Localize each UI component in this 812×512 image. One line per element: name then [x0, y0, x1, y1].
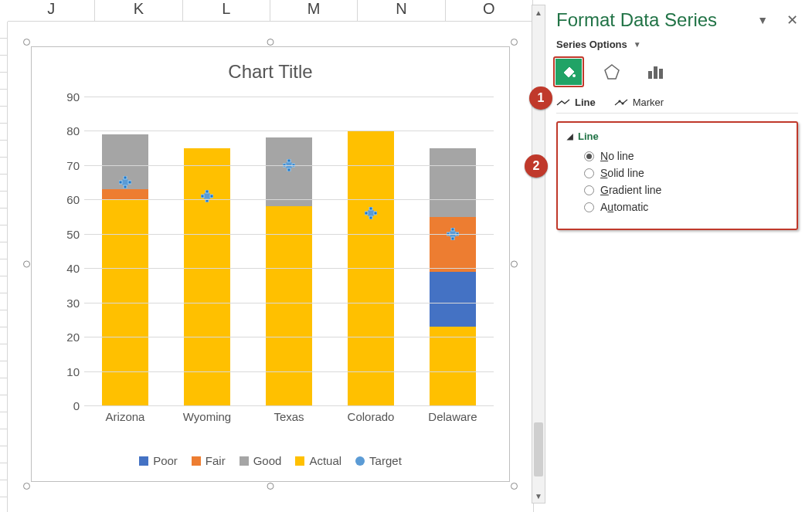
- legend-item[interactable]: Poor: [139, 454, 178, 467]
- legend-swatch: [295, 456, 304, 466]
- radio-automatic[interactable]: Automatic: [584, 201, 787, 213]
- legend-item[interactable]: Good: [240, 454, 282, 467]
- svg-rect-19: [374, 212, 377, 215]
- y-tick-label: 80: [58, 124, 80, 137]
- col-header[interactable]: J: [8, 0, 95, 22]
- svg-point-30: [618, 100, 620, 102]
- x-tick-label: Arizona: [84, 410, 166, 423]
- bar-segment-actual[interactable]: [430, 327, 475, 405]
- col-header[interactable]: L: [183, 0, 270, 22]
- x-tick-label: Delaware: [412, 410, 494, 423]
- radio-solid-line[interactable]: Solid line: [584, 167, 787, 179]
- x-tick-label: Wyoming: [166, 410, 248, 423]
- bar-stack[interactable]: [266, 137, 311, 405]
- col-header[interactable]: M: [270, 0, 358, 22]
- subtab-line-label: Line: [575, 97, 596, 108]
- bar-segment-actual[interactable]: [184, 148, 229, 405]
- x-tick-label: Texas: [248, 410, 330, 423]
- resize-handle-se[interactable]: [511, 483, 518, 490]
- line-icon: [556, 99, 570, 107]
- svg-rect-11: [287, 159, 290, 162]
- subtab-marker[interactable]: Marker: [614, 97, 664, 108]
- tab-effects[interactable]: [600, 59, 624, 84]
- legend[interactable]: PoorFairGoodActualTarget: [32, 454, 509, 467]
- svg-rect-28: [654, 66, 657, 79]
- col-header[interactable]: N: [358, 0, 445, 22]
- svg-point-25: [572, 74, 576, 77]
- scrollbar-vertical[interactable]: ▲ ▼: [532, 5, 545, 504]
- legend-label: Fair: [206, 454, 226, 467]
- legend-item[interactable]: Fair: [192, 454, 226, 467]
- legend-swatch: [192, 456, 201, 466]
- bar-segment-actual[interactable]: [266, 206, 311, 405]
- svg-rect-29: [659, 69, 663, 79]
- svg-rect-4: [128, 181, 131, 184]
- y-tick-label: 60: [58, 193, 80, 206]
- svg-rect-8: [201, 195, 204, 198]
- bar-segment-good[interactable]: [266, 137, 311, 206]
- legend-label: Actual: [309, 454, 341, 467]
- resize-handle-nw[interactable]: [23, 39, 30, 46]
- subtab-line[interactable]: Line: [556, 97, 596, 108]
- bars-icon: [647, 63, 664, 80]
- tab-fill-line[interactable]: [556, 59, 581, 84]
- resize-handle-n[interactable]: [267, 39, 274, 46]
- target-marker[interactable]: [365, 207, 377, 219]
- bar-segment-poor[interactable]: [430, 272, 475, 327]
- radio-no-line[interactable]: No line: [584, 150, 787, 162]
- column-headers: J K L M N O: [8, 0, 533, 22]
- pane-menu-icon[interactable]: ▼: [757, 14, 768, 26]
- svg-rect-1: [124, 176, 127, 179]
- svg-rect-17: [369, 216, 372, 219]
- marker-icon: [614, 99, 628, 107]
- target-marker[interactable]: [201, 190, 213, 202]
- collapse-arrow-icon: ◢: [567, 132, 573, 141]
- bar-stack[interactable]: [430, 148, 475, 405]
- legend-swatch: [240, 456, 249, 466]
- svg-point-31: [621, 102, 623, 104]
- pentagon-icon: [603, 63, 620, 80]
- resize-handle-e[interactable]: [511, 261, 518, 268]
- resize-handle-sw[interactable]: [23, 483, 30, 490]
- bar-segment-fair[interactable]: [102, 189, 148, 199]
- series-options-dropdown[interactable]: Series Options ▼: [556, 39, 798, 50]
- scroll-thumb[interactable]: [534, 422, 543, 476]
- scroll-up-button[interactable]: ▲: [532, 5, 545, 19]
- resize-handle-s[interactable]: [267, 483, 274, 490]
- svg-rect-6: [206, 190, 209, 193]
- tab-series-options[interactable]: [643, 59, 668, 84]
- resize-handle-ne[interactable]: [511, 39, 518, 46]
- scroll-down-button[interactable]: ▼: [532, 489, 545, 503]
- chart-title[interactable]: Chart Title: [32, 47, 509, 87]
- plot-area[interactable]: 0102030405060708090: [61, 97, 494, 405]
- radio-icon: [584, 168, 594, 178]
- bar-stack[interactable]: [102, 134, 148, 405]
- bar-segment-good[interactable]: [430, 148, 475, 217]
- radio-label: Solid line: [600, 167, 644, 179]
- x-tick-label: Colorado: [330, 410, 412, 423]
- close-icon[interactable]: ✕: [787, 12, 798, 29]
- subtab-marker-label: Marker: [633, 97, 664, 108]
- radio-gradient-line[interactable]: Gradient line: [584, 184, 787, 196]
- legend-item[interactable]: Actual: [295, 454, 341, 467]
- chart-area[interactable]: Chart Title 0102030405060708090 ArizonaW…: [31, 46, 510, 482]
- y-tick-label: 10: [58, 365, 80, 378]
- y-tick-label: 20: [58, 331, 80, 344]
- line-section-toggle[interactable]: ◢ Line: [567, 131, 787, 142]
- format-pane: Format Data Series ▼ ✕ Series Options ▼: [550, 5, 804, 507]
- chart-object[interactable]: Chart Title 0102030405060708090 ArizonaW…: [25, 40, 516, 488]
- svg-rect-12: [287, 168, 290, 171]
- col-header[interactable]: K: [95, 0, 182, 22]
- bar-segment-fair[interactable]: [430, 217, 475, 272]
- legend-swatch: [139, 456, 148, 466]
- svg-rect-22: [451, 237, 454, 240]
- legend-label: Poor: [153, 454, 178, 467]
- svg-rect-18: [365, 212, 368, 215]
- legend-item[interactable]: Target: [355, 454, 402, 467]
- target-marker[interactable]: [119, 176, 131, 188]
- bar-stack[interactable]: [184, 148, 229, 405]
- col-header[interactable]: O: [446, 0, 533, 22]
- resize-handle-w[interactable]: [23, 261, 30, 268]
- radio-icon: [584, 185, 594, 195]
- y-tick-label: 90: [58, 90, 80, 103]
